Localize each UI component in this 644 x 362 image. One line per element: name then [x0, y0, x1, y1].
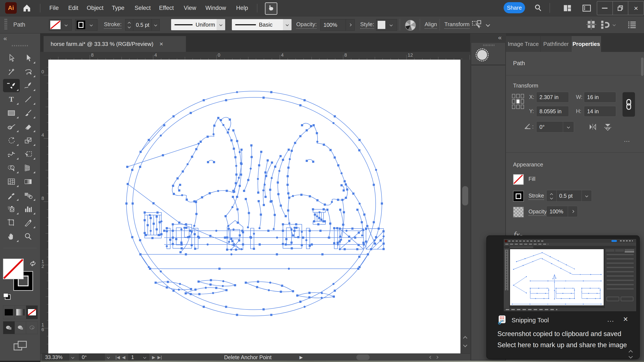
hscroll-thumb[interactable] — [356, 355, 370, 360]
first-artboard-icon[interactable]: |◀ — [116, 355, 120, 360]
notification-toast[interactable]: Snipping Tool … × Screenshot copied to c… — [486, 236, 640, 359]
menu-help[interactable]: Help — [236, 5, 248, 11]
home-icon[interactable] — [22, 3, 32, 13]
stroke-weight-link[interactable]: Stroke: — [104, 21, 122, 29]
panel-dock-icon[interactable] — [582, 3, 592, 13]
zoom-level-field[interactable]: 33.33% — [42, 354, 69, 361]
notification-scroll-up-icon[interactable] — [628, 350, 633, 354]
stepper-down-icon[interactable] — [128, 25, 131, 28]
flip-vertical-icon[interactable] — [603, 123, 612, 131]
notification-scroll-down-icon[interactable] — [628, 354, 633, 359]
tool-column-graph[interactable] — [20, 202, 36, 216]
stroke-weight-combo-panel[interactable]: 0.5 pt — [546, 190, 592, 202]
snap-options-icon[interactable] — [600, 20, 610, 29]
tool-mesh[interactable] — [3, 175, 20, 188]
document-tab-close-icon[interactable]: × — [160, 40, 163, 48]
flip-horizontal-icon[interactable] — [588, 123, 598, 131]
arrange-documents-icon[interactable] — [563, 3, 572, 13]
scroll-down-icon[interactable] — [463, 343, 467, 347]
paint-color-button[interactable] — [3, 306, 15, 319]
tool-shape-builder[interactable] — [3, 161, 20, 175]
tab-pathfinder[interactable]: Pathfinder — [541, 36, 572, 52]
menu-object[interactable]: Object — [87, 5, 104, 11]
tool-selection[interactable] — [3, 51, 20, 65]
status-menu-icon[interactable]: ▶ — [300, 355, 303, 360]
tool-direct-selection[interactable] — [20, 51, 36, 65]
toolbar-grip[interactable] — [12, 45, 28, 46]
ruler-left[interactable]: 0481 21 6 — [40, 60, 48, 354]
canvas[interactable] — [48, 60, 460, 354]
selection-preview-icon[interactable] — [477, 50, 487, 60]
control-bar-grip[interactable] — [4, 19, 7, 30]
menu-type[interactable]: Type — [112, 5, 124, 11]
swap-fill-stroke-icon[interactable] — [29, 260, 36, 267]
tool-free-transform[interactable] — [20, 148, 36, 161]
appearance-fill-swatch[interactable] — [513, 174, 524, 185]
draw-behind-button[interactable] — [15, 322, 26, 334]
constrain-proportions-button[interactable] — [622, 92, 635, 117]
chevron-down-icon[interactable] — [71, 356, 74, 359]
y-field[interactable]: 8.0595 in — [536, 106, 569, 117]
chevron-down-icon[interactable] — [486, 22, 490, 27]
stroke-weight-stepper[interactable] — [546, 193, 556, 199]
scroll-left-icon[interactable] — [429, 356, 432, 359]
tool-type[interactable]: T — [3, 93, 20, 106]
document-arrange-grid-icon[interactable] — [586, 20, 596, 29]
tool-curvature[interactable] — [20, 79, 36, 92]
angle-combo[interactable]: 0° — [536, 121, 574, 132]
transform-more-options[interactable]: … — [624, 136, 631, 143]
stroke-label-link[interactable]: Stroke — [528, 193, 544, 200]
default-fill-stroke-icon[interactable] — [2, 293, 12, 301]
next-artboard-icon[interactable]: ▶ — [152, 355, 155, 360]
opacity-link[interactable]: Opacity: — [296, 21, 317, 29]
canvas-vscrollbar[interactable] — [460, 60, 470, 354]
tool-hand[interactable] — [3, 230, 20, 243]
close-button[interactable]: × — [628, 1, 644, 15]
minimize-button[interactable] — [597, 1, 613, 15]
app-logo[interactable]: Ai — [5, 2, 17, 14]
tool-paintbrush[interactable] — [20, 106, 36, 120]
share-button[interactable]: Share — [504, 2, 525, 13]
draw-inside-button[interactable] — [26, 322, 38, 334]
rotation-field[interactable]: 0° — [79, 354, 105, 361]
width-profile-combo[interactable]: Uniform — [171, 19, 225, 30]
menu-select[interactable]: Select — [134, 5, 151, 11]
x-field[interactable]: 2.307 in — [536, 92, 569, 102]
screen-mode-icon[interactable] — [12, 340, 28, 353]
last-artboard-icon[interactable]: ▶| — [157, 355, 162, 360]
panel-menu-icon[interactable] — [627, 20, 637, 29]
tool-magic-wand[interactable] — [3, 65, 20, 78]
paint-gradient-button[interactable] — [15, 306, 26, 319]
tool-scale[interactable] — [20, 134, 36, 147]
tool-slice[interactable] — [20, 216, 36, 230]
ruler-corner[interactable] — [40, 52, 48, 60]
brush-combo[interactable]: Basic — [232, 19, 292, 30]
isolate-selection-icon[interactable] — [472, 20, 482, 30]
prev-artboard-icon[interactable]: ◀ — [122, 355, 125, 360]
scroll-up-icon[interactable] — [463, 336, 467, 340]
tool-perspective-grid[interactable] — [20, 161, 36, 175]
reference-point-locator[interactable] — [512, 94, 524, 109]
stroke-color-combo[interactable] — [75, 19, 98, 31]
collapse-panels-button[interactable]: « — [498, 34, 502, 41]
tool-width[interactable] — [3, 148, 20, 161]
chevron-down-icon[interactable] — [107, 356, 110, 359]
fill-proxy[interactable] — [3, 259, 24, 279]
stroke-weight-combo[interactable]: 0.5 pt — [133, 19, 160, 31]
recolor-artwork-icon[interactable] — [405, 20, 416, 31]
tool-eyedropper[interactable] — [3, 189, 20, 202]
chevron-down-icon[interactable] — [613, 23, 616, 26]
artboard-field[interactable]: 1 — [128, 354, 149, 361]
menu-file[interactable]: File — [49, 5, 59, 11]
tool-blend[interactable] — [20, 189, 36, 202]
tool-symbol-sprayer[interactable] — [3, 202, 20, 216]
panel-grip[interactable] — [483, 44, 494, 46]
w-field[interactable]: 16 in — [584, 92, 616, 102]
appearance-opacity-swatch[interactable] — [513, 207, 524, 217]
opacity-label-link[interactable]: Opacity — [528, 208, 547, 216]
stroke-weight-stepper[interactable] — [125, 19, 133, 31]
tool-zoom[interactable] — [20, 230, 36, 243]
restore-button[interactable] — [613, 1, 628, 15]
tool-eraser[interactable] — [20, 120, 36, 133]
touch-workspace-icon[interactable] — [265, 2, 277, 15]
